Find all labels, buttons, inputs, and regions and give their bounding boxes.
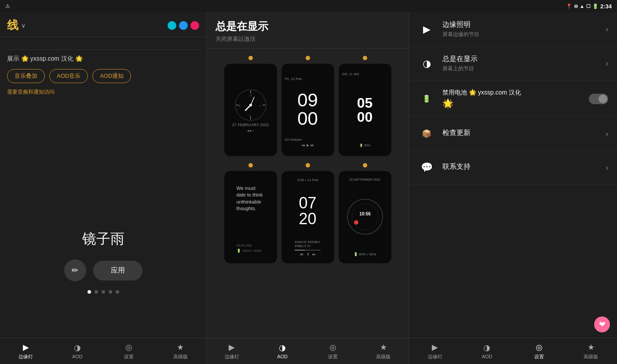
quote-meta: 03:54 PM 🔋 100% • 94% bbox=[231, 244, 270, 256]
dropdown-arrow-icon[interactable]: ∨ bbox=[21, 22, 26, 29]
left-nav-settings[interactable]: ◎ 设置 bbox=[103, 338, 155, 364]
card6-top: 28 SEPTEMBER 2022 bbox=[349, 178, 380, 181]
right-nav-aod[interactable]: ◑ AOD bbox=[461, 338, 513, 364]
signal-icon: ☐ bbox=[586, 4, 591, 9]
battery-settings-icon: 🔋 bbox=[418, 90, 435, 108]
right-nav-premium-label: 高级版 bbox=[584, 353, 598, 360]
dot-card2 bbox=[306, 56, 310, 60]
support-settings-icon: 💬 bbox=[418, 159, 435, 176]
middle-header: 总是在显示 关闭屏幕以激活 bbox=[207, 12, 409, 49]
heart-button[interactable]: ❤ bbox=[594, 317, 610, 332]
digital-0500-content: SAT, 12 JAN 05 00 🔋 80% bbox=[339, 64, 391, 156]
page-dots bbox=[88, 290, 119, 294]
wifi-icon: ▲ bbox=[580, 4, 584, 9]
edge-light-title: 边缘照明 bbox=[442, 20, 606, 29]
quote-status: 🔋 100% • 94% bbox=[237, 249, 265, 253]
card5-next-icon: ⏭ bbox=[312, 252, 316, 256]
circle-clock-content: 28 SEPTEMBER 2022 10:56 bbox=[342, 171, 388, 263]
update-settings-icon: 📦 bbox=[418, 125, 435, 142]
mid-nav-aod[interactable]: ◑ AOD bbox=[257, 338, 308, 364]
card-digital-0720[interactable]: 5:56 • 12 Feb 07 20 KANYE MONEY PABLO IV bbox=[281, 171, 334, 263]
card-digital-0900[interactable]: Fri, 12 Feb 09 00 Go Deeper ⏮ ▶ ⏭ bbox=[281, 64, 334, 156]
left-nav-settings-label: 设置 bbox=[124, 353, 134, 360]
page-dot-4[interactable] bbox=[109, 290, 112, 294]
battery-icon: 🔋 bbox=[592, 4, 599, 9]
mid-nav-edge-light[interactable]: ▶ 边缘灯 bbox=[207, 338, 257, 364]
play-icon: ▶ bbox=[307, 143, 309, 147]
quote-battery-icon: 🔋 bbox=[237, 249, 241, 253]
update-title: 检查更新 bbox=[442, 128, 606, 138]
card3-time-area: 05 00 bbox=[357, 96, 373, 124]
dot-blue[interactable] bbox=[179, 21, 188, 30]
card2-top-label: Fri, 12 Feb bbox=[285, 77, 302, 81]
settings-item-edge-light[interactable]: ▶ 边缘照明 屏幕边缘的节目 › bbox=[409, 12, 617, 47]
premium-icon-left: ★ bbox=[177, 342, 184, 352]
preview-title: 镜子雨 bbox=[82, 229, 124, 249]
card3-battery: 🔋 80% bbox=[359, 144, 370, 147]
card-analog-clock[interactable]: 12 3 6 9 27 FEBRUARY 2022 bbox=[224, 64, 277, 156]
time-display: 2:34 bbox=[600, 3, 612, 10]
left-nav-edge-light[interactable]: ▶ 边缘灯 bbox=[0, 338, 51, 364]
svg-text:3: 3 bbox=[259, 105, 261, 107]
card-digital-0500[interactable]: SAT, 12 JAN 05 00 🔋 80% bbox=[339, 64, 391, 156]
card6-battery: 🔋 80% • 50% bbox=[354, 252, 376, 256]
page-dot-1[interactable] bbox=[88, 290, 91, 294]
card-circle-clock[interactable]: 28 SEPTEMBER 2022 10:56 bbox=[339, 171, 391, 263]
page-dot-3[interactable] bbox=[102, 290, 105, 294]
tag-aod-notify[interactable]: AOD通知 bbox=[92, 69, 131, 83]
aod-icon-left: ◑ bbox=[74, 343, 81, 353]
card5-song: PABLO IV bbox=[295, 244, 321, 248]
tag-music-overlay[interactable]: 音乐叠加 bbox=[7, 69, 45, 83]
mid-nav-premium[interactable]: ★ 高级版 bbox=[358, 338, 409, 364]
location-icon: 📍 bbox=[566, 4, 572, 9]
card5-progress bbox=[295, 250, 321, 251]
left-nav-premium[interactable]: ★ 高级版 bbox=[155, 338, 206, 364]
update-text: 检查更新 bbox=[442, 128, 606, 139]
analog-clock-date: 27 FEBRUARY 2022 bbox=[232, 123, 269, 127]
svg-text:9: 9 bbox=[239, 105, 241, 107]
battery-title: 禁用电池 🌟 yxssp.com 汉化 bbox=[442, 89, 589, 97]
right-bottom-nav: ▶ 边缘灯 ◑ AOD ◎ 设置 ★ 高级版 bbox=[409, 338, 617, 364]
dot-card1 bbox=[248, 56, 253, 60]
dot-pink[interactable] bbox=[190, 21, 199, 30]
edit-button[interactable]: ✏ bbox=[64, 259, 86, 281]
row2-dots bbox=[214, 160, 402, 167]
settings-item-update[interactable]: 📦 检查更新 › bbox=[409, 117, 617, 151]
right-nav-aod-label: AOD bbox=[482, 354, 492, 359]
left-nav-aod[interactable]: ◑ AOD bbox=[51, 338, 103, 364]
page-dot-5[interactable] bbox=[116, 290, 119, 294]
divider-1 bbox=[7, 49, 199, 50]
apply-button[interactable]: 应用 bbox=[93, 261, 142, 280]
left-nav-premium-label: 高级版 bbox=[173, 353, 188, 360]
right-nav-edge-light[interactable]: ▶ 边缘灯 bbox=[409, 338, 461, 364]
right-nav-premium[interactable]: ★ 高级版 bbox=[565, 338, 617, 364]
mid-nav-settings[interactable]: ◎ 设置 bbox=[308, 338, 358, 364]
card-quote[interactable]: We must date to think unthinkable though… bbox=[224, 171, 277, 263]
card2-music-label: Go Deeper bbox=[285, 138, 331, 142]
settings-item-aod[interactable]: ◑ 总是在显示 屏幕上的节目 › bbox=[409, 47, 617, 81]
right-nav-settings[interactable]: ◎ 设置 bbox=[513, 338, 565, 364]
quote-content: We must date to think unthinkable though… bbox=[224, 171, 277, 263]
dot-card5 bbox=[306, 163, 310, 167]
dot-cyan[interactable] bbox=[168, 21, 176, 30]
page-dot-2[interactable] bbox=[95, 290, 98, 294]
mid-nav-premium-label: 高级版 bbox=[376, 353, 391, 360]
analog-clock-content: 12 3 6 9 27 FEBRUARY 2022 bbox=[224, 64, 277, 156]
settings-item-battery[interactable]: 🔋 禁用电池 🌟 yxssp.com 汉化 🌟 bbox=[409, 81, 617, 117]
row1-dots bbox=[214, 54, 402, 60]
battery-toggle[interactable] bbox=[589, 94, 608, 104]
settings-item-support[interactable]: 💬 联系支持 › bbox=[409, 151, 617, 185]
dot-card4 bbox=[248, 163, 253, 167]
card5-music: KANYE MONEY PABLO IV ⏮ ⏸ ⏭ bbox=[295, 240, 321, 256]
battery-subtitle: 🌟 bbox=[442, 98, 589, 109]
middle-panel: 总是在显示 关闭屏幕以激活 bbox=[207, 12, 409, 364]
quote-battery-text: 100% • 94% bbox=[242, 249, 262, 253]
logo-area: 线 ∨ bbox=[7, 18, 26, 33]
heart-icon: ❤ bbox=[599, 320, 606, 329]
play-prev-icon: ⏮ bbox=[302, 143, 305, 147]
tag-aod-music[interactable]: AOD音乐 bbox=[49, 69, 88, 83]
settings-icon-left: ◎ bbox=[125, 342, 132, 352]
right-panel: ▶ 边缘照明 屏幕边缘的节目 › ◑ 总是在显示 屏幕上的节目 › 🔋 bbox=[409, 12, 617, 364]
status-left: ⚠ bbox=[5, 3, 10, 9]
card5-prev-icon: ⏮ bbox=[300, 252, 303, 256]
